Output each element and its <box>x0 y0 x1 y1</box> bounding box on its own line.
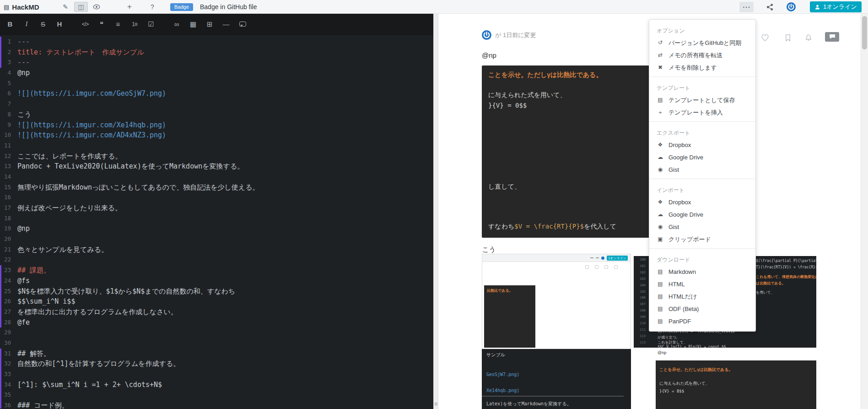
preview-scrollbar-track[interactable] <box>861 14 868 409</box>
link-icon[interactable]: ∞ <box>168 17 185 31</box>
mini-pdf-line: ことを示せ。ただしγは比熱比である。 <box>659 367 733 373</box>
editor-line: 24 @fs <box>0 276 433 286</box>
line-number: 29 <box>0 327 17 338</box>
file-icon: ▤ <box>657 293 664 300</box>
menu-item-export-gist[interactable]: ◉ Gist <box>649 164 755 176</box>
line-number: 19 <box>0 224 17 234</box>
horizontal-rule-icon[interactable]: — <box>218 17 234 31</box>
strikethrough-icon[interactable]: S <box>35 17 51 31</box>
online-users-wrap: 1オンライン <box>810 0 862 14</box>
comment-icon[interactable] <box>234 17 251 31</box>
menu-item-download-html[interactable]: ▤ HTML <box>649 278 755 290</box>
share-icon <box>766 4 773 11</box>
menu-item-import-google-drive[interactable]: ☁ Google Drive <box>649 208 755 221</box>
note-menu-button[interactable]: ⋯ <box>739 0 754 14</box>
menu-item-import-clipboard[interactable]: ▣ クリップボード <box>649 233 755 245</box>
line-number: 9 <box>0 120 17 131</box>
editor-line: 17 例えば改ページをしたり出来る。 <box>0 203 433 213</box>
pane-splitter[interactable]: ≡ <box>433 14 438 409</box>
ordered-list-icon[interactable]: 1≡ <box>126 17 143 31</box>
line-number: 24 <box>0 276 17 286</box>
editor-line: 30 <box>0 338 433 349</box>
markdown-editor[interactable]: 1 --- 2 title: テストレポート 作成サンプル 3 --- 4 @n… <box>0 35 433 409</box>
mini-pdf-block: ことを示せ。ただしγは比熱比である。 に与えられた式を用いて、 }{V} = 0… <box>656 360 816 409</box>
mini-editor-link: GeoSjW7.png) <box>486 372 519 377</box>
github-icon: ◉ <box>657 223 664 231</box>
line-number: 7 <box>0 99 17 109</box>
editor-line: 20 <box>0 234 433 245</box>
mini-action-icons <box>585 265 618 269</box>
italic-icon[interactable]: I <box>18 17 35 31</box>
menu-divider <box>649 179 755 179</box>
plus-icon: ＋ <box>657 109 664 116</box>
ellipsis-icon: ⋯ <box>739 2 754 12</box>
pdf-text-line: に与えられた式を用いて、 <box>488 91 566 99</box>
preview-scrollbar-thumb[interactable] <box>862 16 867 49</box>
menu-item-download-odf[interactable]: ▤ ODF (Beta) <box>649 303 755 315</box>
line-number: 12 <box>0 151 17 162</box>
share-button[interactable] <box>762 0 777 14</box>
editor-line: 4 @np <box>0 68 433 78</box>
menu-section-template: テンプレート <box>649 80 755 94</box>
account-logo-button[interactable] <box>784 0 798 14</box>
menu-item-insert-template[interactable]: ＋ テンプレートを挿入 <box>649 106 755 119</box>
editor-line: 21 色々とサンプルを見てみる。 <box>0 245 433 255</box>
comment-bubble-shape <box>239 22 246 27</box>
bookmark-icon[interactable] <box>784 34 792 42</box>
eye-icon <box>93 4 100 10</box>
mini-logo-icon <box>601 256 604 260</box>
last-changed-text: が 1日前に変更 <box>495 31 536 39</box>
unordered-list-icon[interactable]: ≡ <box>110 17 126 31</box>
line-number: 11 <box>0 141 17 151</box>
brand-name: HackMD <box>12 3 39 11</box>
comments-button[interactable] <box>825 32 839 42</box>
clipboard-icon: ▣ <box>657 235 664 243</box>
file-icon: ▤ <box>657 268 664 276</box>
view-mode-button[interactable] <box>90 2 103 12</box>
menu-item-export-google-drive[interactable]: ☁ Google Drive <box>649 151 755 164</box>
bold-icon[interactable]: B <box>2 17 18 31</box>
menu-item-save-template[interactable]: ▤ テンプレートとして保存 <box>649 94 755 106</box>
menu-item-import-dropbox[interactable]: ❖ Dropbox <box>649 196 755 208</box>
mini-code-line: T}(\frac{RT}{V}) = \frac{R}{V}$$ <box>756 265 816 269</box>
code-block-icon[interactable]: </> <box>77 17 93 31</box>
new-note-button[interactable]: + <box>122 0 137 14</box>
menu-item-download-html-only[interactable]: ▤ HTMLだけ <box>649 290 755 303</box>
edit-mode-button[interactable]: ✎ <box>59 2 72 12</box>
menu-divider <box>649 121 755 122</box>
editor-line: 7 <box>0 99 433 109</box>
mini-comment-icon <box>614 265 618 269</box>
bell-icon[interactable] <box>804 34 813 42</box>
line-number: 4 <box>0 68 17 78</box>
online-users-button[interactable]: 1オンライン <box>810 1 862 12</box>
menu-section-import: インポート <box>649 182 755 196</box>
menu-item-download-panpdf[interactable]: ▤ PanPDF <box>649 315 755 327</box>
blockquote-icon[interactable]: ❝ <box>93 17 110 31</box>
menu-item-export-dropbox[interactable]: ❖ Dropbox <box>649 139 755 151</box>
menu-item-import-gist[interactable]: ◉ Gist <box>649 221 755 233</box>
editor-line: 13 Pandoc + TexLive2020(LuaLatex)を使ってMar… <box>0 161 433 172</box>
splitter-handle-icon[interactable]: ≡ <box>434 402 438 406</box>
split-mode-button[interactable]: ◫ <box>74 2 88 12</box>
heading-icon[interactable]: H <box>51 17 68 31</box>
mini-online-badge: 1オンライン <box>607 256 628 261</box>
editor-line: 35 <box>0 390 433 400</box>
github-icon: ◉ <box>657 166 664 174</box>
menu-item-sync-github[interactable]: ↺ バージョンをGitHubと同期 <box>649 37 755 49</box>
brand-home-link[interactable]: ▤ HackMD <box>4 0 39 14</box>
menu-item-delete-note[interactable]: ✖ メモを削除します <box>649 61 755 74</box>
editor-line: 2 title: テストレポート 作成サンプル <box>0 47 433 58</box>
table-icon[interactable]: ⊞ <box>201 17 218 31</box>
mini-editor-divider <box>482 396 624 397</box>
help-button[interactable]: ? <box>145 0 160 14</box>
checklist-icon[interactable]: ☑ <box>143 17 159 31</box>
mini-dark-text: 比熱比である。 <box>487 288 513 293</box>
menu-divider <box>649 248 755 249</box>
like-heart-icon[interactable] <box>761 34 769 42</box>
line-number: 1 <box>0 37 17 47</box>
menu-item-transfer-ownership[interactable]: ⇄ メモの所有権を転送 <box>649 49 755 61</box>
menu-item-download-markdown[interactable]: ▤ Markdown <box>649 266 755 278</box>
mini-pdf-line: に与えられた式を用いて、 <box>659 381 710 387</box>
image-icon[interactable]: ▦ <box>185 17 201 31</box>
mini-editor-text: サンプル <box>486 352 505 358</box>
